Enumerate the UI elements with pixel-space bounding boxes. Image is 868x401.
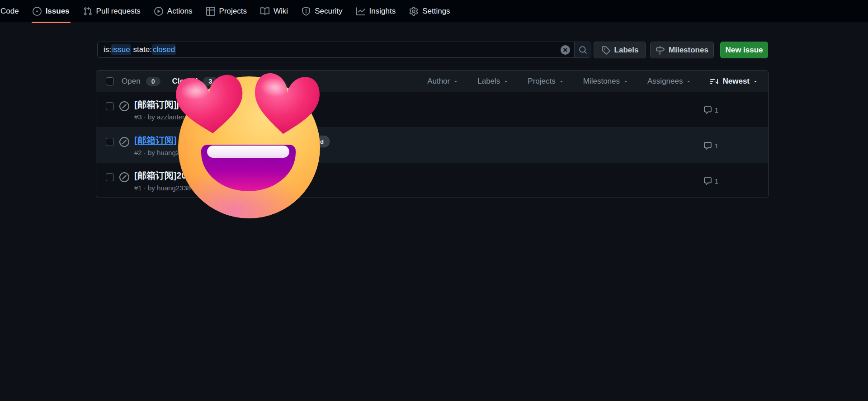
filter-label: Author [427,77,450,86]
tag-icon [601,46,610,55]
nav-tab-label: Projects [219,7,247,16]
issue-label-pill[interactable]: d [290,136,330,147]
nav-tab-actions[interactable]: Actions [147,0,199,23]
state-tabs: Open 0 Closed 3 [122,71,217,92]
closed-count-badge: 3 [203,77,217,86]
issue-meta: #1 · by huang2338 [134,184,191,192]
issue-meta: #3 · by azzlanter [134,113,184,121]
nav-tab-insights[interactable]: Insights [349,0,403,23]
issues-list-container: Open 0 Closed 3 Author Labels Projects [96,70,769,198]
comments-count[interactable]: 1 [703,92,718,127]
nav-tab-label: Insights [369,7,396,16]
nav-tab-label: Security [315,7,342,16]
nav-tab-label: Wiki [274,7,288,16]
comments-count-value: 1 [715,142,718,150]
github-issues-page: { "page": { "background": "#0d1117", "to… [0,0,868,401]
issues-list-header: Open 0 Closed 3 Author Labels Projects [96,71,768,92]
labels-button[interactable]: Labels [594,42,646,58]
projects-filter[interactable]: Projects [528,77,564,86]
closed-issues-tab[interactable]: Closed 3 [172,77,218,86]
sort-label: Newest [722,77,750,86]
row-checkbox[interactable] [106,173,114,181]
nav-tab-issues[interactable]: Issues [26,0,76,23]
milestones-button-label: Milestones [669,46,708,55]
open-label: Open [122,77,141,86]
row-checkbox[interactable] [106,102,114,110]
nav-tab-settings[interactable]: Settings [402,0,457,23]
x-circle-fill-icon [561,45,570,55]
clear-search-button[interactable] [561,45,570,55]
query-token-highlighted: closed [152,44,176,55]
select-all-checkbox[interactable] [106,77,114,85]
table-icon [206,7,215,16]
chevron-down-icon [753,79,758,84]
chevron-down-icon [453,79,458,84]
repo-nav-tabs: Code Issues Pull requests Actions Projec… [0,0,457,23]
sort-desc-icon [710,77,718,85]
author-filter[interactable]: Author [427,77,458,86]
issue-title-link[interactable]: [邮箱订阅] [134,134,176,146]
milestones-filter[interactable]: Milestones [583,77,628,86]
nav-tab-security[interactable]: Security [295,0,349,23]
new-issue-button-label: New issue [725,46,763,55]
issue-title-link[interactable]: [邮箱订阅]j [134,99,179,110]
nav-tab-label: Code [0,7,19,16]
query-token: state: [131,45,152,54]
nav-tab-projects[interactable]: Projects [199,0,254,23]
nav-tab-code[interactable]: Code [0,0,26,23]
issue-closed-skip-icon [119,172,129,182]
book-icon [260,7,269,16]
filter-label: Labels [477,77,500,86]
comment-icon [703,177,712,185]
magnifier-icon [579,46,587,54]
comments-count-value: 1 [715,177,718,185]
issue-row: [邮箱订阅]20 #1 · by huang2338 1 [96,163,768,198]
filter-label: Assignees [647,77,683,86]
chevron-down-icon [559,79,564,84]
nav-tab-wiki[interactable]: Wiki [254,0,295,23]
issue-meta: #2 · by huang2 [134,149,179,156]
filter-bar: Author Labels Projects Milestones Assign… [427,71,758,92]
chevron-down-icon [623,79,628,84]
nav-tab-label: Actions [167,7,193,16]
gear-icon [409,7,418,16]
nav-tab-label: Settings [422,7,450,16]
search-submit-button[interactable] [574,42,591,57]
chevron-down-icon [503,79,509,84]
sort-newest-dropdown[interactable]: Newest [710,77,758,86]
issue-closed-skip-icon [119,101,129,111]
comments-count[interactable]: 1 [703,163,718,198]
query-token: is: [104,45,111,54]
play-icon [154,7,163,16]
filter-label: Projects [528,77,555,86]
comments-count-value: 1 [715,106,718,114]
issue-row: [邮箱订阅]j #3 · by azzlanter 1 [96,92,768,127]
issues-search-input[interactable]: is:issue state:closed [97,42,591,58]
search-query: is:issue state:closed [104,42,176,57]
nav-tab-label: Pull requests [96,7,141,16]
query-token-highlighted: issue [111,44,131,55]
graph-icon [356,7,365,16]
open-count-badge: 0 [146,77,160,86]
nav-tab-pull-requests[interactable]: Pull requests [76,0,147,23]
chevron-down-icon [686,79,691,84]
filter-label: Milestones [583,77,620,86]
git-pull-request-icon [83,7,92,16]
open-issues-tab[interactable]: Open 0 [122,77,160,86]
issue-closed-skip-icon [119,137,129,147]
issue-opened-icon [33,7,42,16]
new-issue-button[interactable]: New issue [720,42,768,58]
closed-label: Closed [172,77,198,86]
shield-icon [302,7,311,16]
row-checkbox[interactable] [106,138,114,146]
comments-count[interactable]: 1 [703,128,718,163]
labels-filter[interactable]: Labels [477,77,509,86]
milestone-icon [656,46,665,55]
repo-nav: Code Issues Pull requests Actions Projec… [0,0,868,23]
nav-tab-label: Issues [46,7,70,16]
milestones-button[interactable]: Milestones [650,42,714,58]
assignees-filter[interactable]: Assignees [647,77,691,86]
issue-row: [邮箱订阅] d #2 · by huang2 1 [96,127,768,163]
comment-icon [703,106,712,114]
issue-title-link[interactable]: [邮箱订阅]20 [134,170,187,181]
